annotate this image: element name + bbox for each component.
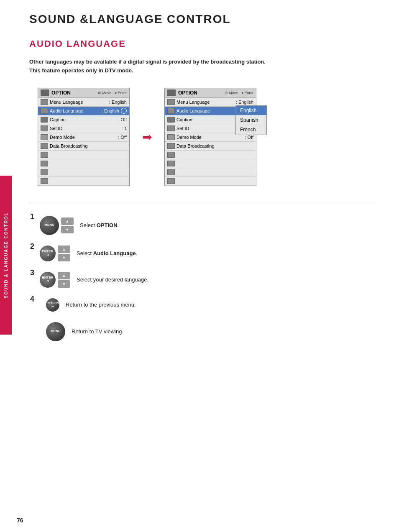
tv-menu-left: OPTION ⊕ Move ● Enter Menu Language : En… <box>38 88 130 186</box>
description-line1: Other languages may be available if a di… <box>29 58 378 66</box>
menu-icon-audio <box>41 99 48 105</box>
menu-icon-audio-lang <box>41 108 48 114</box>
row-label: Caption <box>50 117 116 122</box>
step-3-number-col: 3 ENTER⊙ ▲ ▼ <box>33 272 70 288</box>
tv-menu-row <box>165 159 256 168</box>
row-label: Menu Language <box>176 100 234 105</box>
tv-menu-right-container: OPTION ⊕ Move ● Enter Menu Language : En… <box>164 88 256 186</box>
row-value-audio: : English <box>102 108 119 113</box>
nav-move-right: ⊕ Move <box>225 91 238 95</box>
menu-icon-2r <box>167 161 175 166</box>
enter-button-2[interactable]: ENTER⊙ <box>40 246 56 261</box>
tv-menu-row <box>165 168 256 177</box>
arrow-right: ➡ <box>142 130 152 144</box>
tv-menu-row: Caption : Off <box>38 115 129 124</box>
step-4-buttons: RETURN↩ <box>40 298 59 312</box>
menu-icon-demo-r <box>167 134 175 140</box>
tv-menu-right-header: OPTION ⊕ Move ● Enter <box>165 88 256 98</box>
updown-buttons-2: ▲ ▼ <box>58 246 70 261</box>
step-3: 3 ENTER⊙ ▲ ▼ Select your desired languag… <box>33 272 378 288</box>
row-value: : 1 <box>122 126 127 131</box>
tv-menu-left-title: OPTION <box>51 90 95 96</box>
tv-menu-row <box>38 168 129 177</box>
step-5-number-col: MENU <box>33 322 65 341</box>
down-button-3[interactable]: ▼ <box>58 280 70 288</box>
step-5: MENU Return to TV viewing. <box>33 322 378 341</box>
menu-button-5[interactable]: MENU <box>46 322 65 341</box>
step-3-number: 3 <box>30 269 34 277</box>
tv-menu-row <box>38 159 129 168</box>
tv-menu-left-nav: ⊕ Move ● Enter <box>98 91 127 95</box>
step-1-number-col: 1 MENU ▲ ▼ <box>33 216 74 235</box>
step-2: 2 ENTER⊙ ▲ ▼ Select Audio Language. <box>33 246 378 261</box>
row-label: Data Broadcasting <box>50 143 125 148</box>
row-label: Set ID <box>50 126 120 131</box>
row-value: : Off <box>245 135 253 140</box>
menu-icon-3r <box>167 169 175 175</box>
enter-circle-left <box>121 108 127 114</box>
row-label: Data Broadcasting <box>176 143 253 148</box>
tv-menu-left-icon <box>41 90 49 96</box>
step-4-number-col: 4 RETURN↩ <box>33 298 59 312</box>
tv-menu-left-header: OPTION ⊕ Move ● Enter <box>38 88 129 98</box>
menu-icon-data <box>41 143 48 149</box>
nav-move-left: ⊕ Move <box>98 91 111 95</box>
step-4-number: 4 <box>30 295 34 304</box>
menu-icon-demo <box>41 134 48 140</box>
language-dropdown[interactable]: English Spanish French <box>235 105 267 135</box>
screenshots-area: OPTION ⊕ Move ● Enter Menu Language : En… <box>38 88 378 186</box>
tv-menu-row <box>165 177 256 186</box>
tv-menu-right-icon <box>167 90 176 96</box>
description-line2: This feature operates only in DTV mode. <box>29 66 378 75</box>
main-content: SOUND &LANGUAGE CONTROL AUDIO LANGUAGE O… <box>17 0 399 364</box>
tv-menu-row: Menu Language : English <box>38 98 129 107</box>
tv-menu-row <box>165 151 256 159</box>
menu-icon-audio-lang-r <box>167 108 175 114</box>
updown-buttons-3: ▲ ▼ <box>58 272 70 288</box>
tv-menu-row-highlighted: Audio Language : English <box>38 107 129 115</box>
menu-icon-4 <box>41 178 48 184</box>
step-5-buttons: MENU <box>40 322 65 341</box>
dropdown-item-french[interactable]: French <box>236 125 266 135</box>
row-label: Demo Mode <box>176 135 243 140</box>
menu-button-1[interactable]: MENU <box>40 216 59 235</box>
tv-menu-row: Data Broadcasting <box>38 142 129 151</box>
down-button-1[interactable]: ▼ <box>61 226 74 233</box>
tv-menu-right: OPTION ⊕ Move ● Enter Menu Language : En… <box>164 88 256 186</box>
up-button-1[interactable]: ▲ <box>61 217 74 225</box>
row-value: : Off <box>118 135 127 140</box>
up-button-3[interactable]: ▲ <box>58 272 70 279</box>
updown-buttons-1: ▲ ▼ <box>61 217 74 233</box>
tv-menu-row <box>38 151 129 159</box>
tv-menu-row: Demo Mode : Off <box>38 133 129 142</box>
step-3-text: Select your desired language. <box>77 276 148 283</box>
enter-button-3[interactable]: ENTER⊙ <box>40 272 56 288</box>
step-2-text: Select Audio Language. <box>77 250 137 256</box>
row-label-audio: Audio Language <box>50 108 100 113</box>
step-4: 4 RETURN↩ Return to the previous menu. <box>33 298 378 312</box>
side-tab: SOUND & LANGUAGE CONTROL <box>0 176 12 335</box>
return-button[interactable]: RETURN↩ <box>46 298 59 312</box>
step-1-text: Select OPTION. <box>80 222 119 228</box>
up-button-2[interactable]: ▲ <box>58 246 70 253</box>
menu-icon-3 <box>41 169 48 175</box>
step-1-number: 1 <box>30 212 34 221</box>
menu-icon-setid-r <box>167 125 175 131</box>
section-divider <box>29 203 378 203</box>
row-label: Menu Language <box>50 100 107 105</box>
side-tab-label: SOUND & LANGUAGE CONTROL <box>4 212 8 298</box>
dropdown-item-spanish[interactable]: Spanish <box>236 115 266 125</box>
row-label: Demo Mode <box>50 135 116 140</box>
menu-icon-caption-r <box>167 117 175 123</box>
page-title: SOUND &LANGUAGE CONTROL <box>29 13 378 26</box>
nav-enter-right: ● Enter <box>241 91 253 95</box>
dropdown-item-english[interactable]: English <box>236 106 266 115</box>
tv-menu-right-nav: ⊕ Move ● Enter <box>225 91 253 95</box>
down-button-2[interactable]: ▼ <box>58 254 70 261</box>
step-4-text: Return to the previous menu. <box>66 302 136 308</box>
tv-menu-row: Data Broadcasting <box>165 142 256 151</box>
step-3-buttons: ENTER⊙ ▲ ▼ <box>40 272 70 288</box>
page-number: 76 <box>17 517 23 524</box>
menu-icon-1 <box>41 152 48 158</box>
row-value: : English <box>109 100 127 105</box>
